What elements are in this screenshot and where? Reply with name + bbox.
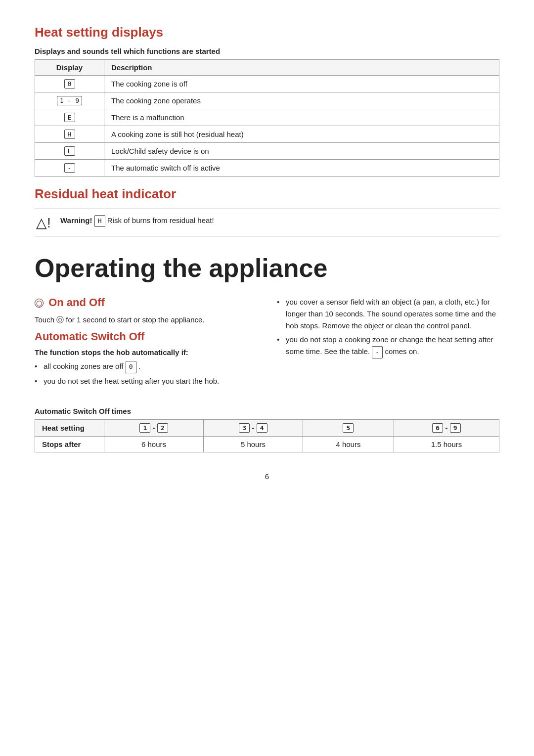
display-table-row: 1 - 9The cooking zone operates	[35, 92, 499, 109]
warning-text-content: Warning! H Risk of burns from residual h…	[60, 215, 214, 227]
inline-sym: -	[372, 346, 383, 358]
heat-col2-header: 1 - 2	[104, 420, 204, 437]
display-table-row: EThere is a malfunction	[35, 109, 499, 126]
display-symbol: -	[35, 160, 104, 177]
description-col-header: Description	[104, 60, 499, 76]
display-table-row: 0The cooking zone is off	[35, 76, 499, 92]
heat-val-1-2: 6 hours	[104, 437, 204, 452]
display-symbol: H	[35, 126, 104, 143]
display-col-header: Display	[35, 60, 104, 76]
auto-switch-subtitle: The function stops the hob automatically…	[35, 348, 257, 356]
symbol-box: H	[64, 130, 75, 139]
display-symbol: E	[35, 109, 104, 126]
auto-switch-times-subtitle: Automatic Switch Off times	[35, 407, 499, 415]
auto-switch-title: Automatic Switch Off	[35, 330, 257, 343]
heat-col1-header: Heat setting	[35, 420, 104, 437]
display-description: There is a malfunction	[104, 109, 499, 126]
symbol-box: E	[64, 113, 75, 122]
big-title: Operating the appliance	[35, 254, 499, 282]
display-table-row: -The automatic switch off is active	[35, 160, 499, 177]
symbol-box: L	[64, 146, 75, 156]
heat-val-5: 4 hours	[303, 437, 394, 452]
power-icon: ◯	[35, 299, 44, 308]
warning-sym: H	[94, 215, 105, 227]
warning-box: △! Warning! H Risk of burns from residua…	[35, 209, 499, 236]
heat-val-3-4: 5 hours	[203, 437, 303, 452]
heat-col4-header: 5	[303, 420, 394, 437]
display-description: The automatic switch off is active	[104, 160, 499, 177]
display-table-row: HA cooking zone is still hot (residual h…	[35, 126, 499, 143]
warning-sym-inline: H	[94, 216, 107, 224]
warning-icon: △!	[35, 216, 52, 230]
display-symbol: 0	[35, 76, 104, 92]
display-symbol: L	[35, 143, 104, 160]
heat-table: Heat setting 1 - 2 3 - 4 5 6 - 9 Stops a…	[35, 419, 499, 452]
list-item: all cooking zones are off 0 .	[35, 360, 257, 373]
section1-title: Heat setting displays	[35, 25, 499, 40]
page-number: 6	[35, 472, 499, 481]
symbol-box: 1 - 9	[57, 96, 82, 105]
on-off-title: ◯ On and Off	[35, 296, 257, 309]
list-item: you do not set the heat setting after yo…	[35, 375, 257, 387]
left-col: ◯ On and Off Touch ⓞ for 1 second to sta…	[35, 296, 257, 393]
heat-val-6-9: 1.5 hours	[394, 437, 499, 452]
display-table: Display Description 0The cooking zone is…	[35, 59, 499, 177]
stops-after-label: Stops after	[35, 437, 104, 452]
heat-col3-header: 3 - 4	[203, 420, 303, 437]
display-description: Lock/Child safety device is on	[104, 143, 499, 160]
display-description: The cooking zone is off	[104, 76, 499, 92]
display-table-row: LLock/Child safety device is on	[35, 143, 499, 160]
symbol-box: 0	[64, 79, 75, 89]
warning-bold: Warning!	[60, 216, 92, 224]
display-description: A cooking zone is still hot (residual he…	[104, 126, 499, 143]
list-item: you do not stop a cooking zone or change…	[277, 334, 499, 358]
right-col: you cover a sensor field with an object …	[277, 296, 499, 393]
warning-body: Risk of burns from residual heat!	[107, 216, 214, 224]
list-item: you cover a sensor field with an object …	[277, 296, 499, 332]
right-bullet-list: you cover a sensor field with an object …	[277, 296, 499, 358]
displays-subtitle: Displays and sounds tell which functions…	[35, 47, 499, 55]
heat-col5-header: 6 - 9	[394, 420, 499, 437]
on-off-body: Touch ⓞ for 1 second to start or stop th…	[35, 314, 257, 325]
inline-sym: 0	[126, 361, 136, 373]
section2-title: Residual heat indicator	[35, 186, 499, 202]
heat-row: Stops after 6 hours 5 hours 4 hours 1.5 …	[35, 437, 499, 452]
display-symbol: 1 - 9	[35, 92, 104, 109]
symbol-box: -	[64, 163, 75, 173]
left-bullet-list: all cooking zones are off 0 .you do not …	[35, 360, 257, 387]
two-col-section: ◯ On and Off Touch ⓞ for 1 second to sta…	[35, 296, 499, 393]
display-description: The cooking zone operates	[104, 92, 499, 109]
